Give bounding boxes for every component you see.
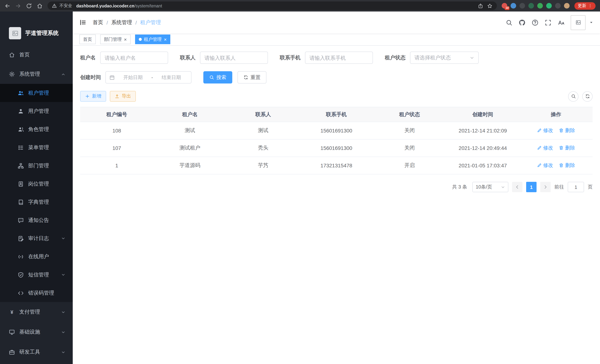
caret-down-icon[interactable] <box>589 20 593 25</box>
extension-icon[interactable] <box>546 3 552 9</box>
delete-link[interactable]: 删除 <box>559 127 575 134</box>
sidebar-item-label: 支付管理 <box>19 309 40 315</box>
edit-link[interactable]: 修改 <box>537 162 553 169</box>
sidebar-item-dict[interactable]: 字典管理 <box>0 193 73 211</box>
search-icon <box>571 94 576 99</box>
forward-icon[interactable] <box>15 3 21 9</box>
share-icon[interactable] <box>478 3 483 8</box>
extension-icon[interactable] <box>564 3 570 9</box>
tab-home[interactable]: 首页 <box>79 35 96 44</box>
column-header: 租户名 <box>153 107 227 122</box>
contact-input[interactable] <box>200 52 268 64</box>
extension-icon[interactable]: 10 <box>502 3 507 9</box>
avatar[interactable] <box>571 15 586 30</box>
extension-icon[interactable] <box>528 3 534 9</box>
sidebar-item-audit-log[interactable]: 审计日志 <box>0 229 73 247</box>
font-size-icon[interactable] <box>558 19 564 26</box>
phone-label: 联系手机 <box>280 54 300 61</box>
sidebar-item-user[interactable]: 用户管理 <box>0 102 73 120</box>
sidebar-item-label: 租户管理 <box>28 90 49 96</box>
sidebar-item-devtools[interactable]: 研发工具 <box>0 342 73 362</box>
breadcrumb-home[interactable]: 首页 <box>93 19 103 26</box>
refresh-table-button[interactable] <box>582 91 593 102</box>
sidebar-item-label: 短信管理 <box>28 271 49 278</box>
sidebar-item-online-user[interactable]: 在线用户 <box>0 247 73 266</box>
export-button[interactable]: 导出 <box>110 91 136 102</box>
cell-tenant-name: 测试 <box>153 122 227 139</box>
sidebar-item-home[interactable]: 首页 <box>0 45 73 65</box>
sidebar-item-infra[interactable]: 基础设施 <box>0 322 73 342</box>
browser-chrome: 不安全 dashboard.yudao.iocoder.cn/system/te… <box>0 0 600 11</box>
sidebar-item-role[interactable]: 角色管理 <box>0 120 73 138</box>
search-button[interactable]: 搜索 <box>203 71 232 84</box>
reload-icon[interactable] <box>26 3 32 9</box>
column-header: 租户状态 <box>373 107 446 122</box>
help-icon[interactable] <box>532 19 538 26</box>
phone-input[interactable] <box>305 52 373 64</box>
toggle-search-button[interactable] <box>568 91 579 102</box>
update-button[interactable]: 更新 <box>574 2 596 9</box>
next-page-button[interactable] <box>540 182 551 192</box>
github-icon[interactable] <box>519 19 525 26</box>
collapse-sidebar-icon[interactable] <box>79 19 86 26</box>
sidebar-item-system[interactable]: 系统管理 <box>0 65 73 84</box>
app-logo[interactable]: 芋道管理系统 <box>0 11 73 45</box>
sidebar-item-notice[interactable]: 通知公告 <box>0 211 73 229</box>
search-icon[interactable] <box>506 19 512 26</box>
prev-page-button[interactable] <box>512 182 523 192</box>
url-text[interactable]: dashboard.yudao.iocoder.cn/system/tenant <box>76 3 162 8</box>
more-menu-icon[interactable] <box>588 4 592 8</box>
edit-link[interactable]: 修改 <box>537 145 553 151</box>
bookmark-star-icon[interactable] <box>487 3 492 8</box>
extension-icon[interactable] <box>511 3 516 9</box>
sidebar-item-label: 系统管理 <box>19 71 40 78</box>
create-time-label: 创建时间 <box>80 74 101 81</box>
cell-status: 开启 <box>373 157 446 174</box>
edit-icon <box>537 146 542 150</box>
tenant-table: 租户编号租户名联系人联系手机租户状态创建时间操作 108测试测试15601691… <box>80 107 593 174</box>
chevron-down-icon <box>61 330 65 334</box>
end-date-input[interactable]: 结束日期 <box>155 74 188 81</box>
close-tab-icon[interactable]: × <box>124 37 127 42</box>
delete-link[interactable]: 删除 <box>559 145 575 151</box>
sidebar-item-tenant[interactable]: 租户管理 <box>0 84 73 102</box>
sidebar-item-error-code[interactable]: 错误码管理 <box>0 284 73 302</box>
cell-status: 关闭 <box>373 122 446 139</box>
extension-icon[interactable] <box>555 3 561 9</box>
tenant-name-input[interactable] <box>100 52 168 64</box>
reset-button[interactable]: 重置 <box>237 71 266 84</box>
breadcrumb-system[interactable]: 系统管理 <box>111 19 132 26</box>
tab-tenant[interactable]: 租户管理× <box>135 35 170 44</box>
tenant-status-select[interactable]: 请选择租户状态 <box>410 52 479 64</box>
search-icon <box>209 75 214 80</box>
extension-icon[interactable] <box>519 3 525 9</box>
sidebar-item-menu[interactable]: 菜单管理 <box>0 138 73 157</box>
page-1-button[interactable]: 1 <box>526 182 536 192</box>
sidebar-item-label: 角色管理 <box>28 126 49 133</box>
refresh-icon <box>244 75 248 80</box>
sidebar-item-sms[interactable]: 短信管理 <box>0 266 73 284</box>
back-icon[interactable] <box>4 3 10 9</box>
refresh-icon <box>585 94 590 99</box>
address-bar[interactable]: 不安全 dashboard.yudao.iocoder.cn/system/te… <box>47 1 497 10</box>
extension-icon[interactable] <box>537 3 543 9</box>
tenant-icon <box>18 90 24 96</box>
home-icon[interactable] <box>37 3 43 9</box>
tab-label: 租户管理 <box>144 36 162 42</box>
page-size-select[interactable]: 10条/页 <box>472 182 508 192</box>
fullscreen-icon[interactable] <box>545 19 551 26</box>
goto-page-input[interactable] <box>568 182 584 192</box>
create-time-range-picker[interactable]: 开始日期 - 结束日期 <box>105 71 191 84</box>
tab-dept[interactable]: 部门管理× <box>100 35 131 44</box>
sidebar-item-pay[interactable]: ¥支付管理 <box>0 302 73 322</box>
security-label[interactable]: 不安全 <box>59 3 72 9</box>
delete-link[interactable]: 删除 <box>559 162 575 169</box>
image-placeholder-icon <box>12 30 18 37</box>
edit-link[interactable]: 修改 <box>537 127 553 134</box>
sidebar-item-post[interactable]: 岗位管理 <box>0 175 73 193</box>
start-date-input[interactable]: 开始日期 <box>117 74 149 81</box>
add-button[interactable]: 新增 <box>80 91 106 102</box>
close-tab-icon[interactable]: × <box>164 37 167 42</box>
warning-icon[interactable] <box>52 3 57 8</box>
sidebar-item-dept[interactable]: 部门管理 <box>0 157 73 175</box>
